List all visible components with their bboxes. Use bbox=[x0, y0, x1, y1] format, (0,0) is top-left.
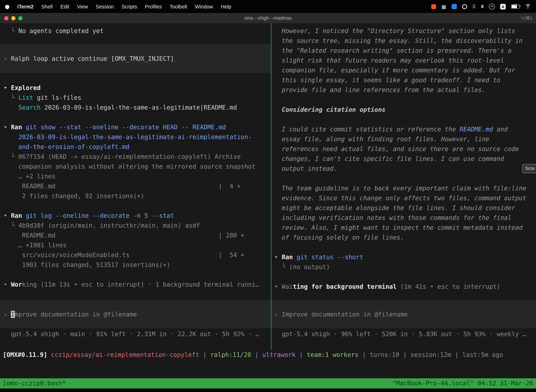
menu-item[interactable]: Shell bbox=[41, 4, 53, 9]
text-segment: | bbox=[296, 351, 307, 358]
text-segment: and-the-erosion-of-copyleft.md bbox=[4, 143, 129, 150]
menu-items: ShellEditViewSessionScriptsProfilesToolb… bbox=[41, 4, 231, 9]
bottom-strip bbox=[0, 388, 536, 392]
input-source-icon[interactable]: A bbox=[500, 4, 506, 9]
text-segment: … +1901 lines bbox=[4, 242, 67, 249]
text-segment: session:12m bbox=[411, 351, 451, 358]
terminal-line: • Explored bbox=[4, 83, 271, 93]
terminal: └ No agents completed yet › Ralph loop a… bbox=[0, 23, 536, 350]
wifi-icon[interactable] bbox=[525, 4, 531, 9]
text-segment: No agents completed yet bbox=[18, 27, 104, 34]
text-segment: • bbox=[274, 254, 282, 261]
text-segment: I bbox=[11, 311, 14, 318]
zoom-button[interactable] bbox=[18, 16, 23, 20]
text-segment: README.md | 280 + bbox=[4, 232, 244, 239]
menu-item[interactable]: View bbox=[77, 4, 88, 9]
text-segment: 2 files changed, 92 insertions(+) bbox=[4, 192, 144, 200]
terminal-line: README.md | 4 + bbox=[4, 181, 271, 191]
terminal-line: the "Related research writing" section i… bbox=[274, 46, 536, 56]
text-segment: Considering citation options bbox=[274, 106, 385, 113]
right-pane-body: However, I noticed the "Directory Struct… bbox=[274, 26, 536, 292]
text-segment: src/voice/voiceModeEnabled.ts | 54 + bbox=[4, 252, 244, 258]
docker-icon[interactable] bbox=[451, 4, 457, 9]
terminal-line: companion analysis without altering the … bbox=[4, 162, 271, 171]
right-model-status: gpt-5.4 xhigh · 96% left · 520K in · 5.8… bbox=[274, 329, 536, 339]
omx-status-line: [OMX#0.11.9] cczip/essay/ai-reimplementa… bbox=[0, 350, 536, 360]
text-segment: of focusing solely on file lines. bbox=[274, 234, 404, 241]
text-segment: the "Related research writing" section i… bbox=[274, 47, 512, 54]
terminal-line: However, I noticed the "Directory Struct… bbox=[274, 26, 536, 36]
text-segment: • bbox=[4, 281, 11, 288]
terminal-line: 2026-03-09-is-legal-the-same-as-legitima… bbox=[4, 132, 271, 142]
terminal-line: changes, I can't cite specific file line… bbox=[274, 154, 536, 164]
text-segment: | bbox=[399, 351, 411, 358]
app-menu-title[interactable]: iTerm2 bbox=[17, 4, 34, 9]
menu-item[interactable]: Edit bbox=[60, 4, 69, 9]
terminal-line: • Working (11m 13s • esc to interrupt) ·… bbox=[4, 280, 271, 289]
text-segment: (1m 41s • esc to interrupt) bbox=[397, 283, 500, 290]
left-prompt-input[interactable]: › Improve documentation in @filename bbox=[0, 300, 271, 328]
text-segment: Wor bbox=[11, 281, 22, 288]
terminal-line: › Ralph loop active continue [OMX_TMUX_I… bbox=[4, 54, 271, 63]
text-segment: | bbox=[359, 351, 370, 358]
text-segment: Ralph loop active continue [OMX_TMUX_INJ… bbox=[11, 55, 174, 62]
text-segment: Search bbox=[18, 104, 40, 111]
menu-item[interactable]: Session bbox=[96, 4, 114, 9]
percent-circle-icon[interactable]: .61 bbox=[489, 4, 495, 9]
window-shortcut-badge: ⌥⌘1 bbox=[520, 15, 532, 21]
battery-icon[interactable]: ⚡ bbox=[511, 4, 519, 9]
menu-item[interactable]: Profiles bbox=[145, 4, 162, 9]
left-pane-body: • Explored └ List git ls-files Search 20… bbox=[4, 83, 271, 289]
text-segment: 2026-03-09-is-legal-the-same-as-legitima… bbox=[41, 104, 237, 111]
text-segment: However, I noticed the "Directory Struct… bbox=[274, 27, 515, 34]
text-segment: 2026-03-09-is-legal-the-same-as-legitima… bbox=[4, 134, 252, 140]
text-segment: └ bbox=[4, 27, 18, 34]
text-segment: └ bbox=[4, 222, 18, 229]
text-segment: might be acceptable alongside the file l… bbox=[274, 205, 515, 211]
text-segment: git status --short bbox=[297, 254, 363, 261]
text-segment: [OMX#0.11.9] bbox=[3, 351, 51, 358]
keyboard-grid-icon[interactable]: ▦ bbox=[442, 4, 446, 9]
terminal-line: gpt-5.4 xhigh · 96% left · 520K in · 5.8… bbox=[274, 329, 536, 339]
terminal-line: • Ran git status --short bbox=[274, 252, 536, 262]
text-segment: provide file and line references from th… bbox=[274, 86, 486, 93]
minimize-button[interactable] bbox=[11, 16, 15, 20]
window-title: omx --xhigh --madmax bbox=[244, 15, 292, 21]
text-segment: (no output) bbox=[289, 263, 330, 271]
window-titlebar: omx --xhigh --madmax ⌥⌘1 bbox=[0, 13, 536, 23]
terminal-line: src/voice/voiceModeEnabled.ts | 54 + bbox=[4, 250, 271, 260]
tmux-session-label[interactable]: [omx-cczip0:bash* bbox=[3, 378, 66, 388]
terminal-line: The team guideline is to back every impo… bbox=[274, 183, 536, 193]
close-button[interactable] bbox=[4, 16, 9, 20]
screen-record-indicator-icon[interactable] bbox=[431, 4, 436, 9]
menu-item[interactable]: Toolbelt bbox=[170, 4, 187, 9]
terminal-line: • Ran git log --oneline --decorate -n 5 … bbox=[4, 211, 271, 221]
dots-grid-icon[interactable]: ⠿ bbox=[472, 4, 476, 9]
terminal-line bbox=[4, 112, 271, 122]
apple-menu-icon[interactable] bbox=[5, 4, 10, 9]
text-segment: Improve documentation in @filename bbox=[282, 311, 408, 318]
terminal-line: … +2 lines bbox=[4, 171, 271, 181]
terminal-line: README.md | 280 + bbox=[4, 230, 271, 240]
key-icon[interactable]: 8 bbox=[481, 4, 483, 9]
text-segment: essay file, along with finding root file… bbox=[274, 135, 489, 143]
terminal-line: and-the-erosion-of-copyleft.md bbox=[4, 142, 271, 152]
terminal-line: gpt-5.4 xhigh · main · 91% left · 2.31M … bbox=[4, 329, 271, 339]
text-segment: └ bbox=[274, 263, 289, 271]
right-prompt-input[interactable]: › Improve documentation in @filename bbox=[272, 300, 536, 328]
menu-item[interactable]: Window bbox=[195, 4, 213, 9]
menu-item[interactable]: Help bbox=[221, 4, 231, 9]
terminal-line: • Ran git show --stat --oneline --decora… bbox=[4, 122, 271, 132]
terminal-line: evidence. Since this change only affects… bbox=[274, 193, 536, 203]
terminal-line: provide file and line references from th… bbox=[274, 85, 536, 95]
text-segment: turns:10 bbox=[370, 351, 399, 358]
right-pane: However, I noticed the "Directory Struct… bbox=[272, 23, 536, 350]
menu-item[interactable]: Scripts bbox=[121, 4, 137, 9]
text-segment: companion file, especially if more comme… bbox=[274, 67, 515, 74]
terminal-line bbox=[4, 270, 271, 280]
app-circle-icon[interactable] bbox=[462, 4, 467, 9]
text-segment: changes, I can't cite specific file line… bbox=[274, 155, 504, 162]
text-segment: • bbox=[274, 283, 282, 290]
screen-share-popup[interactable]: Scre bbox=[522, 164, 536, 173]
terminal-line: the source tree, missing the essay. Stil… bbox=[274, 36, 536, 46]
